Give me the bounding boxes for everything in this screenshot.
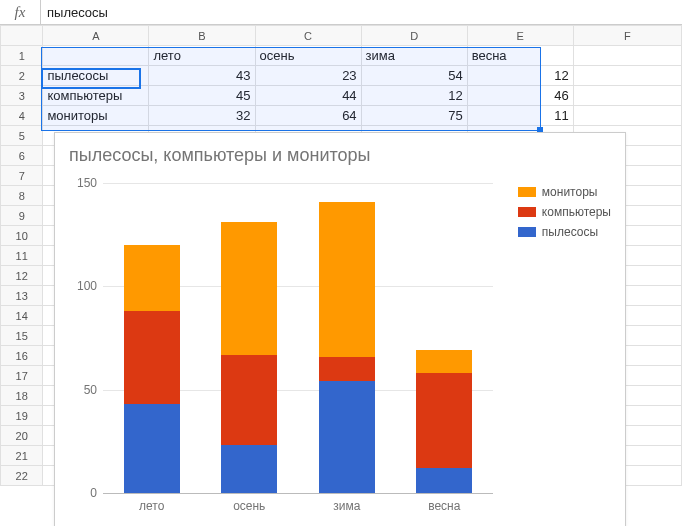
row-header[interactable]: 8 — [1, 186, 43, 206]
cell[interactable] — [573, 66, 681, 86]
row-header[interactable]: 1 — [1, 46, 43, 66]
row-header[interactable]: 6 — [1, 146, 43, 166]
cell[interactable]: мониторы — [43, 106, 149, 126]
embedded-chart[interactable]: пылесосы, компьютеры и мониторы мониторы… — [54, 132, 626, 526]
col-header-F[interactable]: F — [573, 26, 681, 46]
cell[interactable]: зима — [361, 46, 467, 66]
cell[interactable]: 11 — [467, 106, 573, 126]
cell[interactable]: весна — [467, 46, 573, 66]
row-header[interactable]: 10 — [1, 226, 43, 246]
col-header-A[interactable]: A — [43, 26, 149, 46]
chart-bar-segment — [221, 445, 277, 493]
cell[interactable]: пылесосы — [43, 66, 149, 86]
legend-swatch-icon — [518, 187, 536, 197]
legend-label: мониторы — [542, 185, 598, 199]
chart-x-tick-label: зима — [312, 499, 382, 513]
row-header[interactable]: 17 — [1, 366, 43, 386]
legend-swatch-icon — [518, 207, 536, 217]
row-header[interactable]: 14 — [1, 306, 43, 326]
col-header-C[interactable]: C — [255, 26, 361, 46]
cell[interactable] — [573, 86, 681, 106]
chart-bar-segment — [416, 373, 472, 468]
legend-label: пылесосы — [542, 225, 598, 239]
cell[interactable]: 44 — [255, 86, 361, 106]
legend-item: мониторы — [518, 185, 611, 199]
chart-bar-stack — [221, 222, 277, 493]
row-header[interactable]: 16 — [1, 346, 43, 366]
chart-bar-segment — [416, 468, 472, 493]
row-header[interactable]: 5 — [1, 126, 43, 146]
chart-y-tick-label: 0 — [90, 486, 97, 500]
chart-gridline — [103, 493, 493, 494]
row-header[interactable]: 4 — [1, 106, 43, 126]
legend-label: компьютеры — [542, 205, 611, 219]
col-header-E[interactable]: E — [467, 26, 573, 46]
cell[interactable]: 23 — [255, 66, 361, 86]
chart-y-tick-label: 100 — [77, 279, 97, 293]
row-header[interactable]: 11 — [1, 246, 43, 266]
cell[interactable]: 43 — [149, 66, 255, 86]
chart-bar-segment — [319, 202, 375, 357]
formula-input[interactable]: пылесосы — [41, 5, 682, 20]
row-header[interactable]: 18 — [1, 386, 43, 406]
chart-x-tick-label: лето — [117, 499, 187, 513]
row-header[interactable]: 3 — [1, 86, 43, 106]
cell[interactable]: 12 — [467, 66, 573, 86]
chart-bar-segment — [221, 222, 277, 354]
cell[interactable]: 46 — [467, 86, 573, 106]
row-header[interactable]: 2 — [1, 66, 43, 86]
chart-gridline — [103, 183, 493, 184]
formula-bar: fx пылесосы — [0, 0, 682, 25]
chart-y-tick-label: 150 — [77, 176, 97, 190]
cell[interactable]: 75 — [361, 106, 467, 126]
col-header-B[interactable]: B — [149, 26, 255, 46]
row-header[interactable]: 12 — [1, 266, 43, 286]
row-header[interactable]: 21 — [1, 446, 43, 466]
chart-bar-segment — [221, 355, 277, 446]
legend-item: компьютеры — [518, 205, 611, 219]
cell[interactable] — [573, 46, 681, 66]
chart-bar-segment — [124, 311, 180, 404]
chart-y-tick-label: 50 — [84, 383, 97, 397]
fx-icon: fx — [0, 0, 41, 24]
cell[interactable] — [573, 106, 681, 126]
chart-bar-segment — [416, 350, 472, 373]
legend-swatch-icon — [518, 227, 536, 237]
cell[interactable]: лето — [149, 46, 255, 66]
cell[interactable]: компьютеры — [43, 86, 149, 106]
select-all-corner[interactable] — [1, 26, 43, 46]
row-header[interactable]: 13 — [1, 286, 43, 306]
chart-bar-segment — [124, 245, 180, 311]
chart-bar-segment — [319, 357, 375, 382]
chart-legend: мониторы компьютеры пылесосы — [518, 185, 611, 245]
chart-plot-area: 050100150летоосеньзимавесна — [103, 183, 493, 493]
cell[interactable]: 54 — [361, 66, 467, 86]
row-header[interactable]: 7 — [1, 166, 43, 186]
spreadsheet-grid[interactable]: A B C D E F 1 лето осень зима весна 2 пы… — [0, 25, 682, 486]
cell[interactable] — [43, 46, 149, 66]
col-header-D[interactable]: D — [361, 26, 467, 46]
chart-bar-stack — [416, 350, 472, 493]
chart-bar-stack — [124, 245, 180, 493]
row-header[interactable]: 19 — [1, 406, 43, 426]
chart-title: пылесосы, компьютеры и мониторы — [69, 145, 370, 166]
chart-bar-segment — [319, 381, 375, 493]
cell[interactable]: 45 — [149, 86, 255, 106]
row-header[interactable]: 20 — [1, 426, 43, 446]
cell[interactable]: 32 — [149, 106, 255, 126]
cell[interactable]: 64 — [255, 106, 361, 126]
row-header[interactable]: 15 — [1, 326, 43, 346]
chart-x-tick-label: осень — [214, 499, 284, 513]
chart-x-tick-label: весна — [409, 499, 479, 513]
chart-bar-stack — [319, 202, 375, 493]
legend-item: пылесосы — [518, 225, 611, 239]
row-header[interactable]: 9 — [1, 206, 43, 226]
row-header[interactable]: 22 — [1, 466, 43, 486]
chart-bar-segment — [124, 404, 180, 493]
cell[interactable]: 12 — [361, 86, 467, 106]
cell[interactable]: осень — [255, 46, 361, 66]
